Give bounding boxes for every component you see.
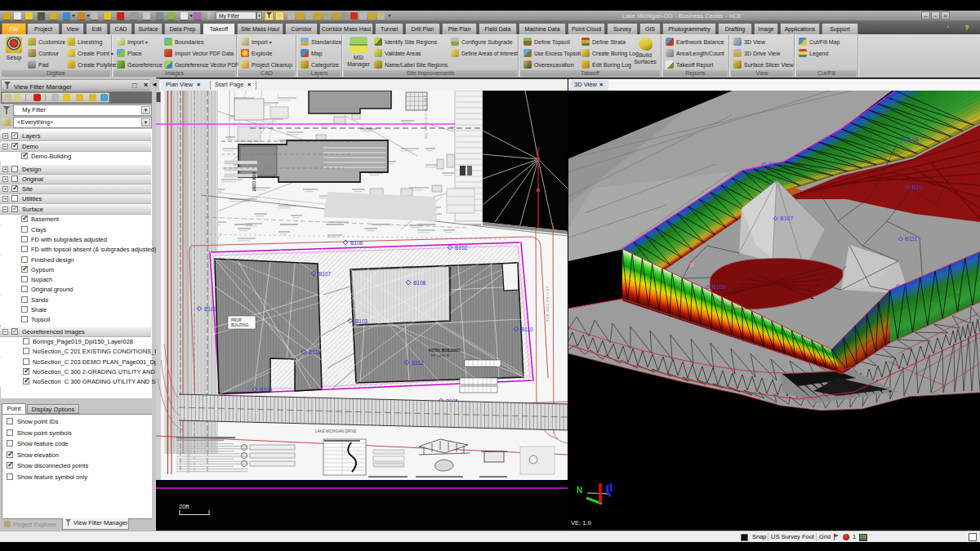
svg-text:LAKE MICHIGAN DR: LAKE MICHIGAN DR: [424, 96, 428, 140]
svg-text:B106: B106: [350, 240, 363, 246]
svg-text:B10: B10: [902, 283, 913, 289]
svg-text:B108: B108: [413, 280, 426, 286]
svg-text:B10: B10: [768, 162, 779, 167]
svg-text:N: N: [577, 486, 582, 495]
svg-text:B112: B112: [412, 360, 424, 366]
svg-text:B 08: B 08: [906, 136, 919, 142]
svg-text:B109: B109: [204, 306, 217, 312]
svg-text:B102: B102: [455, 245, 468, 251]
svg-text:B103: B103: [355, 318, 368, 324]
svg-text:B107: B107: [318, 271, 332, 277]
svg-text:VE: 1.9: VE: 1.9: [571, 519, 591, 527]
svg-text:LAKE MICHIGAN DRIVE: LAKE MICHIGAN DRIVE: [315, 429, 356, 433]
svg-text:B110: B110: [521, 327, 533, 332]
svg-text:PROP: PROP: [231, 318, 242, 322]
svg-text:FOR CONT: FOR CONT: [252, 172, 256, 192]
svg-text:B111: B111: [309, 349, 321, 355]
svg-text:B111: B111: [905, 236, 917, 242]
svg-text:B1: B1: [893, 96, 900, 102]
svg-text:LEXINGTON AVE: LEXINGTON AVE: [546, 287, 550, 323]
svg-text:B10: B10: [912, 184, 923, 190]
svg-text:B104: B104: [260, 387, 273, 393]
svg-text:B107: B107: [780, 216, 793, 221]
svg-text:20ft: 20ft: [179, 503, 189, 510]
svg-text:B109: B109: [712, 284, 725, 290]
